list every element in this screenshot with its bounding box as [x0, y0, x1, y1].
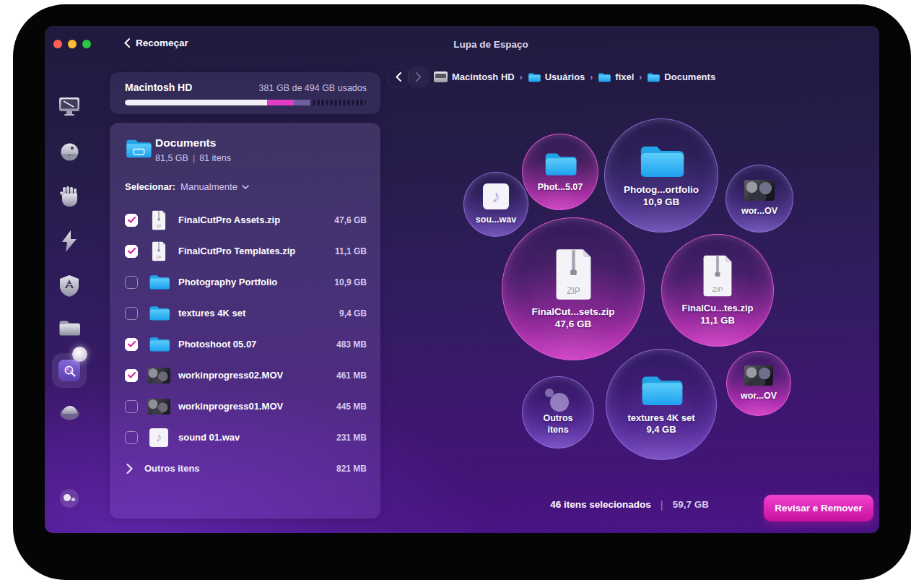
checkbox-checked[interactable]: [125, 245, 138, 258]
sidebar-item-privacy[interactable]: [55, 186, 84, 207]
sidebar-item-space-lens-selected[interactable]: [52, 353, 87, 388]
table-row[interactable]: ZIP FinalCutPro Assets.zip 47,6 GB: [110, 204, 380, 235]
select-label: Selecionar:: [125, 181, 175, 192]
app-window: Recomeçar Lupa de Espaço Macintosh HD 38…: [45, 26, 879, 533]
bubble-label: sou...wav: [476, 214, 516, 226]
sidebar-item-shredder[interactable]: [55, 404, 84, 420]
others-row[interactable]: Outros itens 821 MB: [110, 453, 380, 484]
bubble-label: wor...OV: [741, 206, 777, 217]
bubbles-icon: [59, 488, 79, 508]
usage-segment-other: [294, 100, 310, 105]
checkbox-checked[interactable]: [125, 214, 138, 227]
file-size: 445 MB: [336, 402, 367, 412]
drive-usage-bar: [125, 100, 366, 105]
breadcrumb-separator: ›: [590, 72, 593, 82]
file-size: 461 MB: [336, 370, 367, 381]
checkbox-unchecked[interactable]: [125, 276, 138, 289]
file-name: FinalCutPro Assets.zip: [178, 214, 334, 225]
bubble-finalcutpro-templates[interactable]: ZIP FinalCu...tes.zip 11,1 GB: [661, 234, 774, 347]
bubble-size: 11,1 GB: [700, 315, 735, 326]
bubble-workinprogress-02[interactable]: wor...OV: [726, 351, 791, 416]
chevron-right-icon: [126, 464, 133, 474]
select-value: Manualmente: [180, 181, 237, 192]
bubble-others[interactable]: Outros itens: [522, 376, 594, 448]
sidebar-item-performance[interactable]: [55, 230, 84, 252]
checkbox-checked[interactable]: [125, 338, 138, 351]
bubble-label: Photog...ortfolio: [624, 184, 699, 196]
drive-usage: 381 GB de 494 GB usados: [259, 83, 367, 93]
bubble-sound-wav[interactable]: sou...wav: [463, 172, 528, 237]
shield-icon: [59, 275, 79, 297]
breadcrumb-label: fixel: [615, 72, 634, 82]
bubble-size: 9,4 GB: [646, 424, 676, 436]
checkbox-unchecked[interactable]: [125, 400, 138, 413]
panel-folder-stats: 81,5 GB|81 itens: [155, 153, 231, 163]
bubble-label: Phot...5.07: [538, 182, 583, 194]
checkbox-checked[interactable]: [125, 369, 138, 382]
file-size: 483 MB: [336, 339, 367, 350]
folder-icon: [544, 151, 577, 177]
documents-panel: Documents 81,5 GB|81 itens Selecionar: M…: [110, 123, 380, 519]
others-label: Outros itens: [144, 463, 336, 474]
minimize-window-button[interactable]: [68, 40, 77, 48]
bubble-finalcutpro-assets[interactable]: ZIP FinalCut...sets.zip 47,6 GB: [502, 217, 645, 360]
select-mode-dropdown[interactable]: Manualmente: [180, 181, 249, 192]
file-size: 231 MB: [336, 433, 367, 443]
sidebar-item-files[interactable]: [55, 319, 84, 337]
table-row[interactable]: textures 4K set 9,4 GB: [110, 298, 380, 329]
folder-icon: [147, 336, 171, 352]
selected-size: 59,7 GB: [673, 499, 709, 510]
folder-icon: [528, 72, 541, 82]
table-row[interactable]: Photography Portfolio 10,9 GB: [110, 266, 380, 298]
bubble-photoshoot[interactable]: Phot...5.07: [522, 134, 598, 210]
restart-back-button[interactable]: Recomeçar: [124, 38, 188, 48]
file-name: workinprogress01.MOV: [178, 401, 336, 412]
sidebar-item-assistant[interactable]: [55, 488, 84, 508]
usage-segment-selected: [267, 100, 294, 105]
folder-icon: [598, 72, 611, 82]
bubble-label: textures 4K set: [627, 412, 694, 424]
sidebar-item-cleanup[interactable]: [55, 97, 84, 116]
usage-segment-used: [125, 100, 267, 105]
table-row[interactable]: workinprogress02.MOV 461 MB: [110, 360, 380, 391]
panel-count: 81 itens: [199, 153, 231, 163]
checkbox-unchecked[interactable]: [125, 307, 138, 320]
bubble-photography-portfolio[interactable]: Photog...ortfolio 10,9 GB: [604, 118, 718, 233]
video-thumbnail-icon: [744, 365, 773, 386]
page-title: Lupa de Espaço: [453, 39, 528, 50]
audio-file-icon: [147, 428, 171, 447]
drive-card[interactable]: Macintosh HD 381 GB de 494 GB usados: [110, 72, 380, 114]
bubble-workinprogress-01[interactable]: wor...OV: [725, 165, 793, 233]
zip-file-icon: ZIP: [701, 254, 734, 298]
breadcrumb-separator: ›: [639, 72, 642, 82]
file-size: 47,6 GB: [334, 215, 367, 225]
bubble-label: FinalCu...tes.zip: [682, 303, 754, 314]
breadcrumb-item-macintosh-hd[interactable]: Macintosh HD: [434, 72, 515, 82]
sidebar-item-protection[interactable]: [55, 142, 84, 162]
folder-icon: [647, 72, 660, 82]
nav-forward-button[interactable]: [409, 67, 428, 87]
folder-icon: [640, 373, 683, 407]
glow-orb-icon: [72, 347, 87, 362]
sidebar-item-applications[interactable]: [55, 275, 84, 297]
close-window-button[interactable]: [53, 40, 62, 48]
table-row[interactable]: workinprogress01.MOV 445 MB: [110, 391, 380, 422]
breadcrumb-item-fixel[interactable]: fixel: [598, 72, 634, 82]
zip-file-icon: ZIP: [147, 210, 171, 230]
bubble-textures-4k-set[interactable]: textures 4K set 9,4 GB: [606, 349, 717, 460]
zoom-window-button[interactable]: [82, 40, 91, 48]
chevron-left-icon: [396, 72, 401, 82]
breadcrumb-item-documents[interactable]: Documents: [647, 72, 715, 82]
table-row[interactable]: Photoshoot 05.07 483 MB: [110, 329, 380, 360]
review-and-remove-button[interactable]: Revisar e Remover: [764, 495, 873, 521]
footer-divider: |: [661, 498, 663, 511]
others-size: 821 MB: [336, 464, 367, 474]
checkbox-unchecked[interactable]: [125, 431, 138, 444]
folder-icon: [147, 274, 171, 290]
stats-divider: |: [188, 153, 199, 163]
zip-label: ZIP: [567, 286, 580, 296]
table-row[interactable]: ZIP FinalCutPro Templates.zip 11,1 GB: [110, 235, 380, 266]
nav-back-button[interactable]: [388, 67, 408, 87]
breadcrumb-item-usuarios[interactable]: Usuários: [528, 72, 585, 82]
table-row[interactable]: sound 01.wav 231 MB: [110, 422, 380, 453]
